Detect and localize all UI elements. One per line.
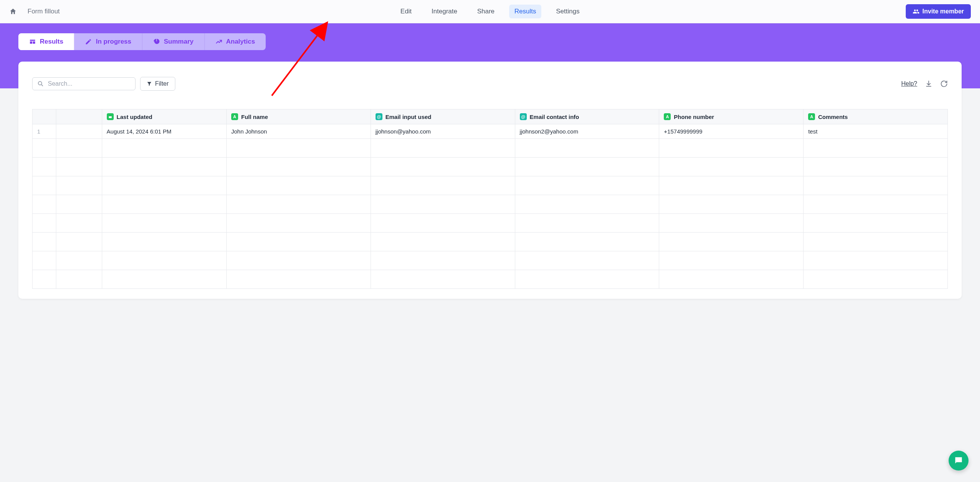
email-type-icon: @ (520, 113, 527, 120)
pie-chart-icon (153, 38, 160, 45)
column-header-last-updated[interactable]: Last updated (102, 109, 226, 124)
column-label: Email input used (385, 114, 431, 120)
table-empty-row (33, 270, 948, 289)
column-header-phone-number[interactable]: A Phone number (659, 109, 804, 124)
refresh-button[interactable] (940, 80, 948, 88)
subtab-summary[interactable]: Summary (142, 33, 204, 50)
table-body: 1 August 14, 2024 6:01 PM John Johnson j… (33, 124, 948, 289)
results-panel: Filter Help? (18, 62, 962, 299)
cell-full-name: John Johnson (226, 124, 371, 139)
filter-icon (147, 81, 152, 86)
subtab-analytics[interactable]: Analytics (205, 33, 266, 50)
table-row[interactable]: 1 August 14, 2024 6:01 PM John Johnson j… (33, 124, 948, 139)
cell-comments: test (804, 124, 948, 139)
column-label: Comments (818, 114, 848, 120)
table-empty-row (33, 158, 948, 176)
edit-icon (85, 38, 92, 45)
form-title: Form fillout (28, 8, 60, 15)
svg-point-0 (38, 81, 42, 85)
invite-member-label: Invite member (923, 8, 964, 15)
subtab-in-progress[interactable]: In progress (74, 33, 142, 50)
table-empty-row (33, 233, 948, 251)
cell-last-updated: August 14, 2024 6:01 PM (102, 124, 226, 139)
nav-edit[interactable]: Edit (395, 5, 417, 18)
column-label: Email contact info (530, 114, 579, 120)
topbar-left: Form fillout (9, 8, 60, 15)
people-icon (913, 8, 920, 15)
subtab-analytics-label: Analytics (226, 38, 255, 46)
column-header-full-name[interactable]: A Full name (226, 109, 371, 124)
table-empty-row (33, 214, 948, 233)
results-table: Last updated A Full name @ Email input u… (32, 109, 948, 289)
table-icon (29, 38, 36, 45)
text-type-icon: A (664, 113, 671, 120)
topbar: Form fillout Edit Integrate Share Result… (0, 0, 980, 23)
text-type-icon: A (231, 113, 238, 120)
svg-line-1 (41, 85, 43, 86)
refresh-icon (940, 80, 948, 88)
chat-icon (954, 456, 964, 466)
home-icon (9, 8, 17, 15)
column-header-index (33, 109, 56, 124)
topbar-right: Invite member (906, 4, 971, 19)
row-index: 1 (33, 124, 56, 139)
nav-results[interactable]: Results (509, 5, 542, 18)
nav-integrate[interactable]: Integrate (426, 5, 462, 18)
subtabs: Results In progress Summary Analytics (18, 33, 266, 50)
help-link[interactable]: Help? (901, 80, 917, 87)
cell-email-input-used: jjohnson@yahoo.com (371, 124, 515, 139)
panel-toolbar: Filter Help? (32, 77, 948, 91)
filter-label: Filter (155, 80, 169, 87)
toolbar-right: Help? (901, 80, 948, 88)
subtab-summary-label: Summary (164, 38, 193, 46)
subtab-results[interactable]: Results (18, 33, 74, 50)
table-empty-row (33, 195, 948, 214)
table-empty-row (33, 139, 948, 158)
text-type-icon: A (808, 113, 815, 120)
topbar-nav: Edit Integrate Share Results Settings (395, 5, 585, 18)
column-header-email-contact-info[interactable]: @ Email contact info (515, 109, 659, 124)
table-empty-row (33, 176, 948, 195)
svg-rect-4 (109, 116, 112, 116)
column-header-blank (56, 109, 102, 124)
filter-button[interactable]: Filter (140, 77, 175, 91)
analytics-icon (216, 38, 222, 45)
column-header-comments[interactable]: A Comments (804, 109, 948, 124)
search-wrap[interactable] (32, 77, 136, 90)
column-label: Full name (241, 114, 268, 120)
column-label: Phone number (674, 114, 714, 120)
nav-settings[interactable]: Settings (551, 5, 585, 18)
calendar-icon (107, 113, 114, 120)
chat-fab[interactable] (949, 451, 969, 471)
invite-member-button[interactable]: Invite member (906, 4, 971, 19)
email-type-icon: @ (376, 113, 382, 120)
cell-email-contact-info: jjohnson2@yahoo.com (515, 124, 659, 139)
download-icon (925, 80, 933, 88)
home-button[interactable] (9, 8, 17, 15)
download-button[interactable] (925, 80, 933, 88)
search-icon (37, 80, 44, 87)
row-blank-cell (56, 124, 102, 139)
subtab-results-label: Results (40, 38, 63, 46)
table-empty-row (33, 251, 948, 270)
subtab-in-progress-label: In progress (96, 38, 131, 46)
table-header-row: Last updated A Full name @ Email input u… (33, 109, 948, 124)
cell-phone-number: +15749999999 (659, 124, 804, 139)
column-label: Last updated (117, 114, 152, 120)
search-input[interactable] (48, 80, 131, 87)
column-header-email-input-used[interactable]: @ Email input used (371, 109, 515, 124)
nav-share[interactable]: Share (472, 5, 500, 18)
